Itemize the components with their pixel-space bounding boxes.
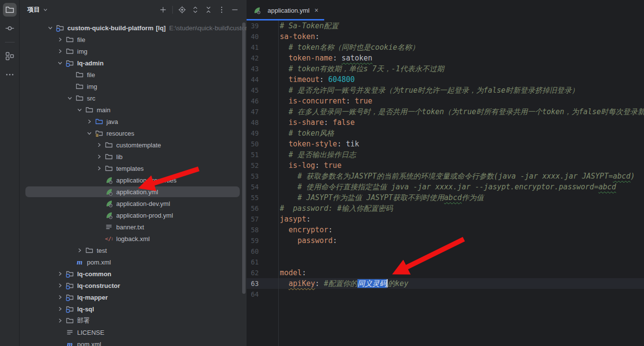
editor-body[interactable]: 39# Sa-Token配置40sa-token:41 # token名称（同时… bbox=[247, 20, 644, 346]
chevron-right-icon[interactable] bbox=[56, 270, 66, 278]
tree-item-test[interactable]: test bbox=[20, 244, 247, 256]
chevron-right-icon[interactable] bbox=[56, 305, 66, 313]
tree-item-application.properties[interactable]: application.properties bbox=[20, 174, 247, 186]
chevron-right-icon[interactable] bbox=[95, 164, 105, 172]
tree-item-label: 部署 bbox=[77, 316, 90, 325]
editor-line-54[interactable]: 54 # 使用命令行直接指定盐值 java -jar xxxx.jar --ja… bbox=[247, 182, 644, 192]
close-tab-icon[interactable]: × bbox=[314, 7, 318, 14]
tree-item-logback.xml[interactable]: </>logback.xml bbox=[20, 233, 247, 244]
editor-line-58[interactable]: 58 encryptor: bbox=[247, 224, 644, 235]
chevron-down-icon[interactable] bbox=[42, 6, 49, 13]
structure-tool-icon[interactable] bbox=[3, 49, 17, 63]
editor-line-56[interactable]: 56# password: #输入你配置密码 bbox=[247, 203, 644, 214]
tree-item-customtemplate[interactable]: customtemplate bbox=[20, 139, 247, 151]
tree-item-resources[interactable]: resources bbox=[20, 127, 247, 139]
project-panel-title[interactable]: 项目 bbox=[27, 5, 40, 14]
tree-item-templates[interactable]: templates bbox=[20, 163, 247, 174]
code-segment: : bbox=[324, 118, 332, 127]
tree-item-file[interactable]: file bbox=[20, 34, 247, 45]
editor-line-51[interactable]: 51 # 是否输出操作日志 bbox=[247, 149, 644, 160]
chevron-right-icon[interactable] bbox=[56, 47, 66, 55]
editor-line-53[interactable]: 53 # 获取参数名为JASYPT的当前系统的环境变量或命令行参数(java -… bbox=[247, 171, 644, 182]
add-icon[interactable] bbox=[159, 6, 167, 14]
editor-line-44[interactable]: 44 timeout: 604800 bbox=[247, 74, 644, 85]
chevron-right-icon[interactable] bbox=[56, 282, 66, 289]
code-segment: : bbox=[302, 268, 306, 277]
chevron-down-icon[interactable] bbox=[46, 24, 56, 32]
editor-line-55[interactable]: 55 # JASYPT作为盐值 JASYPT获取不到时使用abcd作为值 bbox=[247, 192, 644, 203]
tree-item-application.yml[interactable]: application.yml bbox=[20, 186, 247, 198]
tree-item-lq-common[interactable]: lq-common bbox=[20, 268, 247, 280]
chevron-down-icon[interactable] bbox=[56, 59, 66, 67]
chevron-down-icon[interactable] bbox=[76, 106, 85, 114]
chevron-down-icon[interactable] bbox=[85, 129, 95, 137]
editor-line-45[interactable]: 45 # 是否允许同一账号并发登录（为true时允许一起登录，为false时新登… bbox=[247, 85, 644, 96]
more-tool-icon[interactable] bbox=[3, 68, 17, 81]
tree-item-application-dev.yml[interactable]: application-dev.yml bbox=[20, 198, 247, 209]
tree-item-x[interactable]: 部署 bbox=[20, 315, 247, 326]
chevron-right-icon[interactable] bbox=[56, 293, 66, 301]
tree-item-pom.xml[interactable]: mpom.xml bbox=[20, 256, 247, 268]
tree-item-LICENSE[interactable]: LICENSE bbox=[20, 326, 247, 338]
editor-line-62[interactable]: 62model: bbox=[247, 267, 644, 278]
chevron-right-icon[interactable] bbox=[95, 141, 105, 149]
project-tool-icon[interactable] bbox=[3, 3, 17, 17]
tree-item-img[interactable]: img bbox=[20, 81, 247, 92]
spring-file-icon bbox=[253, 6, 261, 14]
editor-line-64[interactable]: 64 bbox=[247, 289, 644, 300]
tree-item-img[interactable]: img bbox=[20, 45, 247, 57]
tree-item-application-prod.yml[interactable]: application-prod.yml bbox=[20, 209, 247, 221]
hide-icon[interactable] bbox=[231, 6, 239, 14]
editor-line-43[interactable]: 43 # token有效期，单位s 7天，-1代表永不过期 bbox=[247, 63, 644, 74]
editor-line-39[interactable]: 39# Sa-Token配置 bbox=[247, 20, 644, 31]
tree-item-lq-constructor[interactable]: lq-constructor bbox=[20, 280, 247, 291]
tree-item-lq-admin[interactable]: lq-admin bbox=[20, 57, 247, 69]
editor-line-46[interactable]: 46 is-concurrent: true bbox=[247, 96, 644, 106]
editor-line-63[interactable]: 63 apiKey: #配置你的同义灵码的key bbox=[247, 278, 644, 289]
tree-item-main[interactable]: main bbox=[20, 104, 247, 116]
commit-tool-icon[interactable] bbox=[3, 21, 17, 35]
code-text: is-share: false bbox=[278, 117, 355, 128]
code-segment: # 是否输出操作日志 bbox=[289, 150, 356, 159]
editor-line-48[interactable]: 48 is-share: false bbox=[247, 117, 644, 128]
tab-application-yml[interactable]: application.yml × bbox=[247, 0, 324, 20]
code-segment: satoken bbox=[341, 54, 372, 62]
tree-item-custom-quick-build-platform[interactable]: custom-quick-build-platform[lq]E:\studen… bbox=[20, 22, 247, 34]
locate-opened-file-icon[interactable] bbox=[178, 6, 186, 14]
editor-line-59[interactable]: 59 password: bbox=[247, 235, 644, 246]
editor-line-42[interactable]: 42 token-name: satoken bbox=[247, 53, 644, 63]
code-segment: token-name bbox=[289, 54, 332, 62]
tree-item-banner.txt[interactable]: banner.txt bbox=[20, 221, 247, 233]
code-segment bbox=[280, 236, 297, 245]
editor-line-50[interactable]: 50 token-style: tik bbox=[247, 139, 644, 149]
tree-item-file[interactable]: file bbox=[20, 69, 247, 81]
tree-item-lib[interactable]: lib bbox=[20, 151, 247, 163]
tree-item-pom.xml[interactable]: mpom.xml bbox=[20, 338, 247, 346]
expand-all-icon[interactable] bbox=[191, 6, 199, 14]
code-text: token-style: tik bbox=[278, 139, 359, 149]
tree-item-src[interactable]: src bbox=[20, 92, 247, 104]
tree-scrollbar[interactable] bbox=[242, 22, 246, 294]
editor-line-52[interactable]: 52 is-log: true bbox=[247, 160, 644, 171]
tree-item-label: application-dev.yml bbox=[116, 200, 170, 207]
editor-line-57[interactable]: 57jasypt: bbox=[247, 214, 644, 224]
editor-line-61[interactable]: 61 bbox=[247, 257, 644, 267]
chevron-right-icon[interactable] bbox=[95, 153, 105, 161]
collapse-all-icon[interactable] bbox=[205, 6, 212, 14]
chevron-down-icon[interactable] bbox=[66, 94, 76, 102]
chevron-right-icon[interactable] bbox=[76, 246, 85, 254]
editor-line-60[interactable]: 60 bbox=[247, 246, 644, 257]
chevron-right-icon[interactable] bbox=[85, 118, 95, 125]
code-segment bbox=[280, 183, 297, 191]
chevron-right-icon[interactable] bbox=[56, 36, 66, 43]
tree-item-lq-mapper[interactable]: lq-mapper bbox=[20, 291, 247, 303]
editor-line-40[interactable]: 40sa-token: bbox=[247, 31, 644, 42]
editor-line-49[interactable]: 49 # token风格 bbox=[247, 128, 644, 139]
more-options-icon[interactable] bbox=[218, 6, 226, 14]
editor-line-47[interactable]: 47 # 在多人登录同一账号时，是否共用一个token（为true时所有登录共用… bbox=[247, 106, 644, 117]
chevron-right-icon[interactable] bbox=[56, 317, 66, 325]
editor-line-41[interactable]: 41 # token名称（同时也是cookie名称） bbox=[247, 42, 644, 53]
tree-item-lq-sql[interactable]: lq-sql bbox=[20, 303, 247, 315]
tree-item-label: templates bbox=[116, 165, 144, 172]
tree-item-java[interactable]: java bbox=[20, 116, 247, 127]
